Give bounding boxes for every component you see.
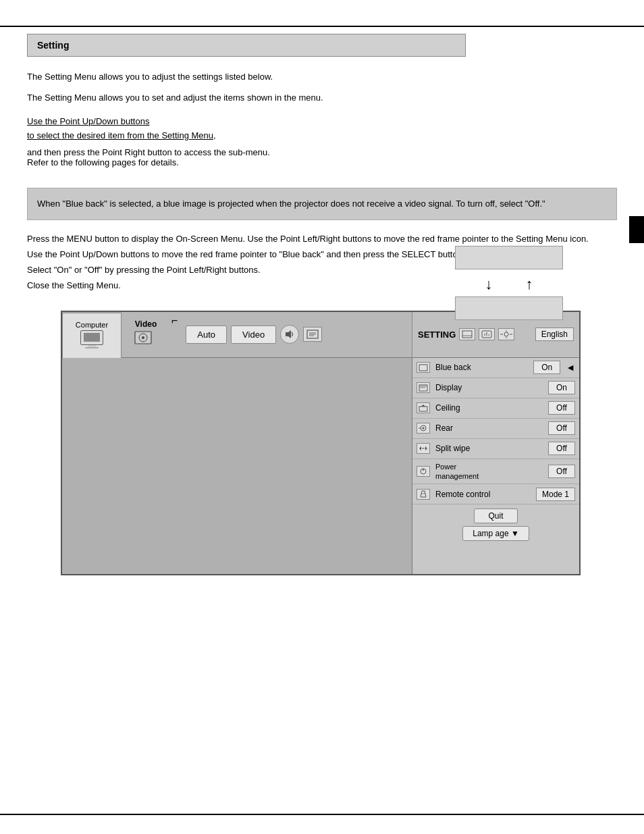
blueback-icon <box>417 362 430 373</box>
ceiling-icon <box>417 402 430 413</box>
remote-value: Mode 1 <box>536 488 575 501</box>
setting-row-display[interactable]: Display On <box>412 378 579 398</box>
setting-row-rear[interactable]: Rear Off <box>412 419 579 439</box>
body-text-2: The Setting Menu allows you to set and a… <box>27 91 432 105</box>
rear-value: Off <box>548 421 575 435</box>
blueback-arrow: ◄ <box>566 362 575 373</box>
btn-video-osd[interactable]: Video <box>231 325 276 344</box>
diagram-arrows: ↓ ↑ <box>455 269 563 296</box>
svg-marker-8 <box>286 330 291 338</box>
setting-icon-2 <box>479 328 495 340</box>
quit-button[interactable]: Quit <box>474 509 517 523</box>
setting-icon-1 <box>459 328 475 340</box>
chapter-tab <box>629 216 644 243</box>
setting-icon-3 <box>498 328 514 340</box>
power-line2: management <box>435 471 545 481</box>
lamp-button[interactable]: Lamp age ▼ <box>462 526 529 541</box>
blueback-value: On <box>533 361 560 374</box>
lang-button[interactable]: English <box>535 328 574 341</box>
svg-marker-29 <box>421 405 425 407</box>
body-text-5: and then press the Point Right button to… <box>27 147 617 157</box>
arrow-down-icon: ↓ <box>485 276 493 293</box>
diagram-box-bottom <box>455 296 563 320</box>
icon-screen <box>303 327 322 342</box>
setting-row-blueback[interactable]: Blue back On ◄ <box>412 358 579 378</box>
arrow-up-icon: ↑ <box>526 276 533 293</box>
blueback-label: Blue back <box>433 363 531 372</box>
setting-title: SETTING <box>418 330 456 340</box>
setting-row-splitwipe[interactable]: Split wipe Off <box>412 439 579 459</box>
video-label: Video <box>135 319 157 329</box>
tab-video[interactable]: Video <box>122 312 170 357</box>
computer-label: Computer <box>76 321 108 329</box>
rear-label: Rear <box>433 423 545 433</box>
svg-rect-13 <box>462 331 472 338</box>
section-header-text: Setting <box>37 40 69 51</box>
svg-rect-2 <box>84 333 100 342</box>
setting-row-ceiling[interactable]: Ceiling Off <box>412 398 579 419</box>
computer-icon <box>77 329 107 350</box>
display-value: On <box>548 381 575 394</box>
power-icon <box>417 466 430 477</box>
ceiling-value: Off <box>548 401 575 415</box>
svg-rect-3 <box>88 345 96 347</box>
remote-icon <box>417 489 430 500</box>
rear-icon <box>417 423 430 434</box>
setting-bottom: Quit Lamp age ▼ <box>412 504 579 545</box>
svg-point-19 <box>504 332 508 336</box>
power-two-line: Power management <box>435 462 545 481</box>
splitwipe-value: Off <box>548 442 575 455</box>
body-text-4: to select the desired item from the Sett… <box>27 130 617 140</box>
svg-marker-33 <box>419 446 421 450</box>
power-line1: Power <box>435 462 545 471</box>
svg-rect-4 <box>85 347 99 348</box>
underline-text-1: Use the Point Up/Down buttons <box>27 116 149 126</box>
setting-icon-group <box>459 328 514 340</box>
arrow-diagram: ↓ ↑ <box>455 246 563 320</box>
ceiling-label: Ceiling <box>433 403 545 413</box>
body-text-6: Refer to the following pages for details… <box>27 157 617 167</box>
lamp-label: Lamp age ▼ <box>473 529 519 538</box>
svg-rect-24 <box>419 365 427 371</box>
diagram-box-top <box>455 246 563 269</box>
body-text-1: The Setting Menu allows you to adjust th… <box>27 70 432 84</box>
display-label: Display <box>433 383 545 392</box>
tab-tick: ⌐ <box>170 312 179 327</box>
section-header: Setting <box>27 34 466 57</box>
setting-row-remote[interactable]: Remote control Mode 1 <box>412 484 579 504</box>
osd-left-area <box>62 358 412 574</box>
osd-right-area: Blue back On ◄ Display On <box>412 358 579 574</box>
splitwipe-icon <box>417 443 430 454</box>
underline-text-2: to select the desired item from the Sett… <box>27 130 216 140</box>
buttons-row: Auto Video <box>179 312 412 357</box>
svg-marker-34 <box>425 446 427 450</box>
body-text-3: Use the Point Up/Down buttons <box>27 116 617 126</box>
osd-body: Blue back On ◄ Display On <box>62 358 579 574</box>
video-icon <box>134 329 158 350</box>
setting-row-power[interactable]: Power management Off <box>412 459 579 485</box>
tab-computer[interactable]: Computer <box>62 313 122 358</box>
icon-sound <box>280 325 299 344</box>
remote-label: Remote control <box>433 490 533 499</box>
svg-point-7 <box>142 336 144 339</box>
svg-rect-28 <box>419 407 427 411</box>
btn-auto[interactable]: Auto <box>186 325 227 344</box>
blue-back-section: When "Blue back" is selected, a blue ima… <box>27 188 617 220</box>
power-label: Power management <box>433 462 545 481</box>
power-value: Off <box>548 465 575 478</box>
svg-rect-25 <box>419 385 427 391</box>
osd-full: Computer Video <box>61 311 581 575</box>
display-icon <box>417 382 430 393</box>
blue-back-text: When "Blue back" is selected, a blue ima… <box>37 199 545 209</box>
splitwipe-label: Split wipe <box>433 444 545 453</box>
osd-area: Computer Video <box>61 311 617 575</box>
additional-text-1: Press the MENU button to display the On-… <box>27 234 617 244</box>
svg-point-31 <box>423 427 425 429</box>
